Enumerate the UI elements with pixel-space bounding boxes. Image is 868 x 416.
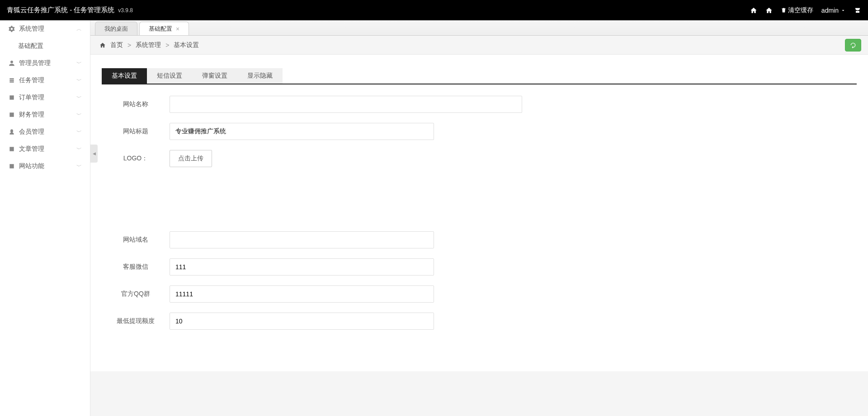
sub-tab-basic[interactable]: 基本设置: [102, 68, 147, 84]
label-logo: LOGO：: [102, 154, 170, 163]
tabs-bar: 我的桌面 基础配置 ×: [90, 20, 868, 36]
chevron-down-icon: ﹀: [76, 145, 82, 153]
refresh-button[interactable]: [845, 39, 861, 51]
breadcrumb-home[interactable]: 首页: [110, 41, 123, 49]
form-wrapper: 基本设置 短信设置 弹窗设置 显示隐藏 网站名称 网站标题 LOGO：: [90, 55, 868, 371]
chevron-down-icon: ﹀: [76, 128, 82, 136]
nav-basic-config[interactable]: 基础配置: [0, 37, 90, 55]
breadcrumb-level1: 系统管理: [136, 41, 161, 49]
sidebar: 系统管理 ︿ 基础配置 管理员管理 ﹀ 任务管理 ﹀ 订单管理 ﹀ 财务管理 ﹀: [0, 20, 90, 416]
nav-system[interactable]: 系统管理 ︿: [0, 20, 90, 37]
sub-tab-popup[interactable]: 弹窗设置: [192, 68, 237, 84]
home-icon-2[interactable]: [765, 7, 773, 14]
input-site-domain[interactable]: [170, 231, 434, 248]
money-icon: [8, 111, 15, 118]
task-icon: [8, 77, 15, 84]
refresh-icon: [849, 42, 857, 49]
theme-icon[interactable]: [854, 7, 861, 14]
label-min-withdraw: 最低提现额度: [102, 317, 170, 325]
chevron-down-icon: [840, 8, 846, 13]
content: 首页 > 系统管理 > 基本设置 基本设置 短信设置 弹窗设置 显示隐藏: [90, 36, 868, 416]
nav-admin[interactable]: 管理员管理 ﹀: [0, 55, 90, 72]
sidebar-collapse-handle[interactable]: [90, 145, 98, 163]
calendar-icon: [8, 94, 15, 101]
input-min-withdraw[interactable]: [170, 313, 434, 330]
nav-finance[interactable]: 财务管理 ﹀: [0, 106, 90, 123]
member-icon: [8, 128, 15, 136]
header: 青狐云任务推广系统 - 任务管理系统 v3.9.8 清空缓存 admin: [0, 0, 868, 20]
label-site-name: 网站名称: [102, 100, 170, 108]
input-site-title[interactable]: [170, 123, 434, 140]
breadcrumb: 首页 > 系统管理 > 基本设置: [90, 36, 868, 55]
chevron-up-icon: ︿: [76, 25, 82, 33]
input-qq[interactable]: [170, 285, 434, 303]
nav-article[interactable]: 文章管理 ﹀: [0, 140, 90, 158]
upload-logo-button[interactable]: 点击上传: [170, 150, 212, 167]
input-site-name[interactable]: [170, 96, 522, 113]
chevron-down-icon: ﹀: [76, 163, 82, 170]
site-icon: [8, 163, 15, 170]
user-menu[interactable]: admin: [821, 7, 846, 14]
nav-order[interactable]: 订单管理 ﹀: [0, 89, 90, 106]
header-right: 清空缓存 admin: [750, 6, 861, 14]
home-icon: [99, 42, 106, 48]
app-version: v3.9.8: [118, 7, 133, 14]
label-qq: 官方QQ群: [102, 290, 170, 298]
nav-member[interactable]: 会员管理 ﹀: [0, 123, 90, 140]
sub-tab-sms[interactable]: 短信设置: [147, 68, 192, 84]
input-wechat[interactable]: [170, 258, 434, 276]
tab-basic-config[interactable]: 基础配置 ×: [139, 22, 189, 35]
home-icon[interactable]: [750, 7, 757, 14]
label-wechat: 客服微信: [102, 263, 170, 271]
nav-site[interactable]: 网站功能 ﹀: [0, 158, 90, 175]
breadcrumb-level2: 基本设置: [174, 41, 199, 49]
gear-icon: [8, 25, 15, 33]
sub-tabs: 基本设置 短信设置 弹窗设置 显示隐藏: [102, 68, 857, 84]
chevron-down-icon: ﹀: [76, 77, 82, 84]
chevron-down-icon: ﹀: [76, 94, 82, 102]
header-left: 青狐云任务推广系统 - 任务管理系统 v3.9.8: [7, 6, 133, 14]
chevron-down-icon: ﹀: [76, 60, 82, 67]
label-site-domain: 网站域名: [102, 236, 170, 244]
user-icon: [8, 60, 15, 67]
tab-desktop[interactable]: 我的桌面: [95, 22, 137, 35]
nav-task[interactable]: 任务管理 ﹀: [0, 72, 90, 89]
app-title: 青狐云任务推广系统 - 任务管理系统: [7, 6, 114, 14]
clear-cache-button[interactable]: 清空缓存: [781, 6, 813, 14]
article-icon: [8, 145, 15, 153]
chevron-down-icon: ﹀: [76, 111, 82, 119]
main: 我的桌面 基础配置 × 首页 > 系统管理 > 基本设置: [90, 20, 868, 416]
label-site-title: 网站标题: [102, 127, 170, 136]
close-icon[interactable]: ×: [176, 26, 179, 32]
sub-tab-display[interactable]: 显示隐藏: [237, 68, 283, 84]
